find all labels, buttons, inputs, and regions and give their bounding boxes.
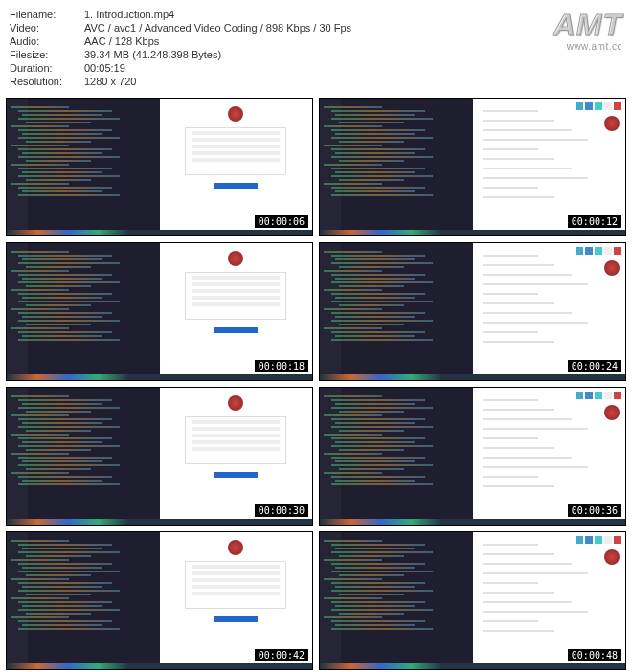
timestamp-badge: 00:00:12 xyxy=(568,215,621,228)
meta-value: 39.34 MB (41.248.398 Bytes) xyxy=(84,48,221,61)
thumbnail-grid: 00:00:0600:00:1200:00:1800:00:2400:00:30… xyxy=(0,94,632,672)
thumbnail: 00:00:30 xyxy=(6,387,313,526)
app-logo-icon xyxy=(228,540,243,555)
meta-value: 00:05:19 xyxy=(84,61,125,75)
meta-value: AAC / 128 Kbps xyxy=(84,34,159,48)
color-swatches xyxy=(576,536,621,544)
timestamp-badge: 00:00:30 xyxy=(255,504,308,517)
taskbar xyxy=(320,519,625,525)
thumbnail-code-panel xyxy=(7,243,160,380)
app-logo-icon xyxy=(228,395,243,411)
color-swatches xyxy=(576,102,621,110)
meta-row-filesize: Filesize: 39.34 MB (41.248.398 Bytes) xyxy=(10,48,351,61)
color-swatches xyxy=(576,247,621,255)
thumbnail-code-panel xyxy=(320,532,473,669)
thumbnail-code-panel xyxy=(7,99,160,235)
logo-text: AMT xyxy=(553,8,622,43)
meta-row-filename: Filename: 1. Introduction.mp4 xyxy=(10,8,351,21)
timestamp-badge: 00:00:24 xyxy=(568,360,621,372)
meta-value: AVC / avc1 / Advanced Video Coding / 898… xyxy=(84,21,351,34)
thumbnail: 00:00:24 xyxy=(319,242,626,381)
thumbnail-code-panel xyxy=(320,243,473,380)
app-logo-icon xyxy=(228,251,243,266)
taskbar xyxy=(7,519,312,525)
thumbnail: 00:00:18 xyxy=(6,242,313,381)
taskbar xyxy=(320,230,625,235)
meta-row-duration: Duration: 00:05:19 xyxy=(10,61,351,75)
timestamp-badge: 00:00:48 xyxy=(568,649,621,661)
thumbnail: 00:00:36 xyxy=(319,387,626,526)
taskbar xyxy=(7,663,312,669)
meta-row-video: Video: AVC / avc1 / Advanced Video Codin… xyxy=(10,21,351,34)
color-swatches xyxy=(576,392,621,399)
meta-label: Duration: xyxy=(10,61,84,75)
thumbnail: 00:00:48 xyxy=(319,531,626,670)
taskbar xyxy=(320,374,625,380)
timestamp-badge: 00:00:42 xyxy=(255,649,308,661)
thumbnail: 00:00:12 xyxy=(319,98,626,236)
meta-label: Audio: xyxy=(10,34,84,48)
logo: AMT www.amt.cc xyxy=(553,8,622,52)
timestamp-badge: 00:00:36 xyxy=(568,504,621,517)
taskbar xyxy=(7,374,312,380)
taskbar xyxy=(7,230,312,235)
meta-row-audio: Audio: AAC / 128 Kbps xyxy=(10,34,351,48)
metadata-table: Filename: 1. Introduction.mp4 Video: AVC… xyxy=(10,8,351,88)
meta-value: 1280 x 720 xyxy=(84,75,136,88)
meta-label: Resolution: xyxy=(10,75,84,88)
meta-label: Filename: xyxy=(10,8,84,21)
header: Filename: 1. Introduction.mp4 Video: AVC… xyxy=(0,0,632,94)
meta-label: Video: xyxy=(10,21,84,34)
thumbnail: 00:00:42 xyxy=(6,531,313,670)
taskbar xyxy=(320,663,625,669)
meta-label: Filesize: xyxy=(10,48,84,61)
thumbnail-code-panel xyxy=(7,532,160,669)
meta-value: 1. Introduction.mp4 xyxy=(84,8,174,21)
thumbnail-code-panel xyxy=(320,388,473,525)
thumbnail: 00:00:06 xyxy=(6,98,313,236)
timestamp-badge: 00:00:18 xyxy=(255,360,308,372)
thumbnail-code-panel xyxy=(320,99,473,235)
meta-row-resolution: Resolution: 1280 x 720 xyxy=(10,75,351,88)
app-logo-icon xyxy=(228,106,243,122)
timestamp-badge: 00:00:06 xyxy=(255,215,308,228)
thumbnail-code-panel xyxy=(7,388,160,525)
